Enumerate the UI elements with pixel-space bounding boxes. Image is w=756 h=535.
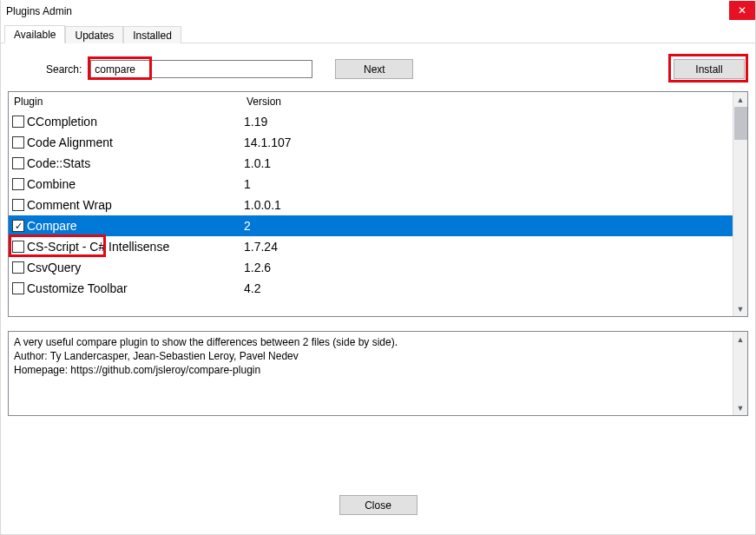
row-checkbox[interactable] — [12, 116, 24, 128]
table-row[interactable]: Combine 1 — [9, 174, 733, 195]
row-checkbox[interactable] — [12, 178, 24, 190]
column-header-version[interactable]: Version — [245, 96, 733, 108]
table-row[interactable]: Comment Wrap 1.0.0.1 — [9, 195, 733, 215]
table-row[interactable]: Code::Stats 1.0.1 — [9, 153, 733, 174]
row-plugin-name: Compare — [27, 219, 244, 233]
description-scrollbar[interactable]: ▲ ▼ — [733, 332, 747, 415]
window-title: Plugins Admin — [6, 5, 72, 17]
row-plugin-version: 14.1.107 — [244, 135, 733, 149]
search-input[interactable] — [90, 60, 312, 78]
row-plugin-version: 1.0.0.1 — [244, 198, 733, 212]
description-line: Homepage: https://github.com/jsleroy/com… — [14, 364, 260, 376]
plugin-list-header: Plugin Version — [9, 92, 733, 111]
row-checkbox[interactable] — [12, 136, 24, 149]
description-line: A very useful compare plugin to show the… — [14, 336, 398, 348]
plugin-list-rows: CCompletion 1.19 Code Alignment 14.1.107… — [9, 111, 733, 299]
row-plugin-name: CsvQuery — [27, 261, 244, 274]
row-plugin-name: Combine — [27, 177, 244, 191]
row-checkbox[interactable] — [12, 241, 24, 253]
next-button[interactable]: Next — [335, 59, 413, 79]
row-checkbox[interactable]: ✓ — [12, 220, 24, 232]
row-plugin-version: 1.2.6 — [244, 261, 733, 274]
chevron-down-icon: ▼ — [737, 404, 745, 413]
row-plugin-name: Comment Wrap — [27, 198, 244, 212]
chevron-up-icon: ▲ — [737, 96, 745, 104]
row-checkbox[interactable] — [12, 282, 24, 294]
tab-installed[interactable]: Installed — [123, 26, 181, 43]
chevron-down-icon: ▼ — [737, 305, 745, 314]
row-checkbox[interactable] — [12, 261, 24, 274]
close-button[interactable]: Close — [339, 495, 417, 515]
table-row[interactable]: ✓ Compare 2 — [9, 215, 733, 236]
row-plugin-version: 1 — [244, 177, 733, 191]
scroll-down-button[interactable]: ▼ — [733, 400, 747, 415]
row-plugin-name: CCompletion — [27, 115, 244, 129]
row-checkbox[interactable] — [12, 199, 24, 211]
row-plugin-name: Code::Stats — [27, 156, 244, 170]
scroll-thumb[interactable] — [734, 107, 747, 140]
chevron-up-icon: ▲ — [737, 335, 745, 344]
row-plugin-version: 2 — [244, 219, 733, 233]
plugin-list-panel: Plugin Version CCompletion 1.19 Code Ali… — [8, 91, 748, 317]
install-button[interactable]: Install — [674, 59, 745, 79]
table-row[interactable]: CCompletion 1.19 — [9, 111, 733, 132]
search-row: Search: Next Install — [10, 59, 746, 79]
close-icon: ✕ — [738, 4, 746, 17]
row-plugin-version: 4.2 — [244, 281, 733, 295]
description-text: A very useful compare plugin to show the… — [9, 332, 733, 415]
scroll-down-button[interactable]: ▼ — [733, 301, 747, 316]
row-plugin-version: 1.7.24 — [244, 240, 733, 254]
list-scrollbar[interactable]: ▲ ▼ — [733, 92, 747, 316]
description-line: Author: Ty Landercasper, Jean-Sebastien … — [14, 350, 299, 362]
titlebar: Plugins Admin ✕ — [1, 0, 755, 23]
table-row[interactable]: CS-Script - C# Intellisense 1.7.24 — [9, 236, 733, 257]
row-checkbox[interactable] — [12, 157, 24, 169]
bottom-bar: Close — [1, 495, 755, 515]
tabstrip: Available Updates Installed — [1, 24, 755, 43]
table-row[interactable]: CsvQuery 1.2.6 — [9, 257, 733, 278]
row-plugin-version: 1.19 — [244, 115, 733, 129]
search-label: Search: — [46, 63, 82, 76]
scroll-up-button[interactable]: ▲ — [733, 332, 747, 347]
row-plugin-name: Customize Toolbar — [27, 281, 244, 295]
scroll-up-button[interactable]: ▲ — [733, 92, 747, 107]
check-icon: ✓ — [15, 221, 23, 231]
tab-updates[interactable]: Updates — [65, 26, 123, 43]
row-plugin-name: CS-Script - C# Intellisense — [27, 240, 244, 254]
row-plugin-name: Code Alignment — [27, 135, 244, 149]
tab-available[interactable]: Available — [4, 25, 65, 43]
description-panel: A very useful compare plugin to show the… — [8, 331, 748, 416]
column-header-plugin[interactable]: Plugin — [9, 96, 245, 108]
table-row[interactable]: Customize Toolbar 4.2 — [9, 278, 733, 299]
table-row[interactable]: Code Alignment 14.1.107 — [9, 132, 733, 153]
window-close-button[interactable]: ✕ — [729, 1, 755, 20]
row-plugin-version: 1.0.1 — [244, 156, 733, 170]
